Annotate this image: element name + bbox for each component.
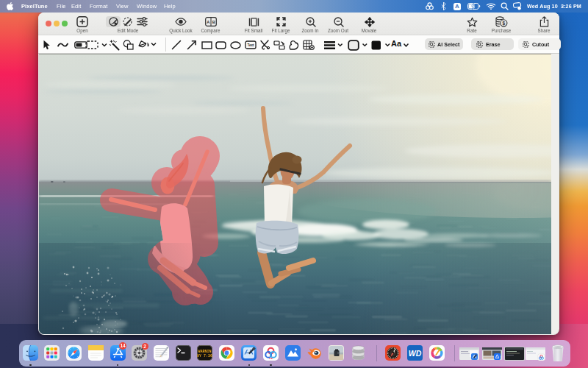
svg-text:A: A xyxy=(207,20,209,24)
svg-text:9Y 7:36: 9Y 7:36 xyxy=(197,354,212,358)
svg-text:$: $ xyxy=(502,21,505,26)
svg-text:B: B xyxy=(212,20,215,24)
svg-text:Text: Text xyxy=(247,43,254,47)
svg-text:WARNIN: WARNIN xyxy=(198,350,212,354)
svg-text:WD: WD xyxy=(408,349,421,358)
